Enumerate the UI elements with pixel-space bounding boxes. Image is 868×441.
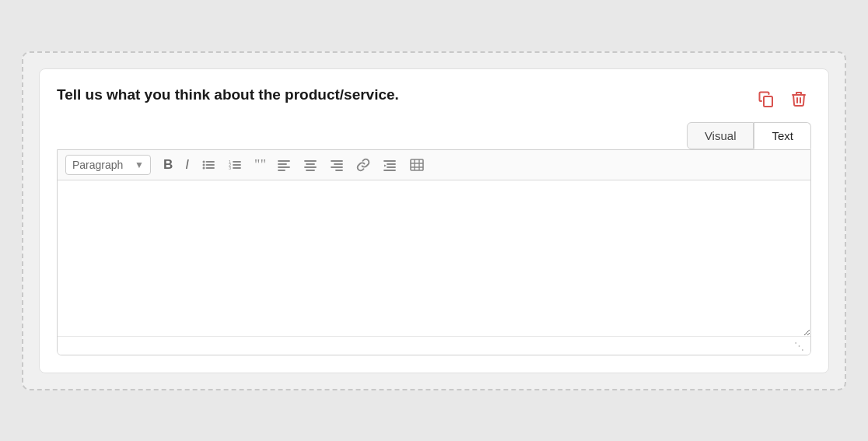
ordered-list-icon: 1 2 3: [228, 158, 242, 172]
align-right-button[interactable]: [325, 155, 348, 175]
align-left-icon: [277, 158, 291, 172]
paragraph-label: Paragraph: [72, 159, 123, 171]
ordered-list-button[interactable]: 1 2 3: [223, 155, 247, 175]
delete-button[interactable]: [786, 86, 811, 111]
dropdown-arrow-icon: ▼: [135, 159, 144, 170]
question-card: Tell us what you think about the product…: [39, 68, 829, 373]
link-button[interactable]: [352, 155, 375, 175]
bullet-list-button[interactable]: [197, 155, 220, 175]
trash-icon: [789, 89, 808, 108]
tabs-row: Visual Text: [40, 122, 828, 149]
svg-text:3: 3: [229, 165, 231, 170]
bold-button[interactable]: B: [159, 155, 177, 174]
indent-button[interactable]: [378, 155, 401, 175]
copy-button[interactable]: [754, 86, 779, 111]
align-center-icon: [303, 158, 317, 172]
svg-point-1: [203, 160, 205, 163]
table-icon: [409, 158, 425, 172]
card-header: Tell us what you think about the product…: [40, 69, 828, 122]
tab-visual[interactable]: Visual: [687, 122, 754, 149]
page-wrapper: Tell us what you think about the product…: [22, 51, 846, 390]
svg-point-2: [203, 163, 205, 166]
blockquote-button[interactable]: " ": [250, 155, 269, 175]
header-actions: [754, 85, 811, 111]
align-left-button[interactable]: [272, 155, 296, 175]
question-title: Tell us what you think about the product…: [57, 85, 399, 106]
tab-text[interactable]: Text: [754, 122, 811, 149]
table-button[interactable]: [404, 155, 429, 175]
copy-icon: [757, 89, 775, 108]
editor-toolbar: Paragraph ▼ B I: [58, 150, 810, 180]
link-icon: [356, 158, 370, 172]
editor-footer: ⋱: [58, 336, 810, 355]
resize-handle-icon: ⋱: [794, 340, 804, 352]
svg-rect-29: [411, 159, 423, 170]
indent-icon: [383, 158, 397, 172]
paragraph-dropdown[interactable]: Paragraph ▼: [65, 155, 151, 175]
align-center-button[interactable]: [299, 155, 322, 175]
svg-rect-0: [764, 96, 772, 107]
editor-textarea[interactable]: [58, 180, 810, 336]
align-right-icon: [330, 158, 344, 172]
svg-point-3: [203, 166, 205, 169]
editor-body: [58, 180, 810, 336]
bullet-list-icon: [201, 158, 215, 172]
italic-button[interactable]: I: [180, 155, 194, 174]
editor-container: Paragraph ▼ B I: [57, 149, 811, 355]
